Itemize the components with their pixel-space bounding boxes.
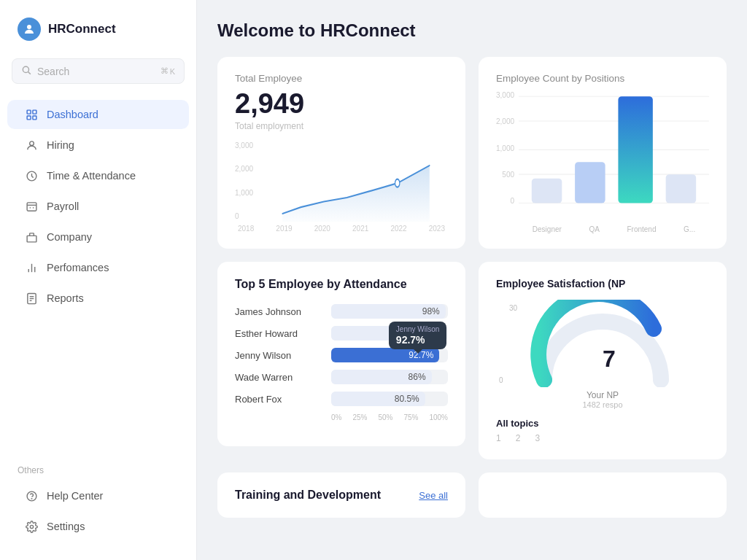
svg-point-7 xyxy=(29,141,34,145)
svg-rect-5 xyxy=(27,115,31,119)
svg-point-23 xyxy=(30,525,33,528)
sidebar-item-payroll[interactable]: Payroll xyxy=(7,192,189,221)
training-card: Training and Development See all xyxy=(217,472,465,518)
bar-label-wade: Wade Warren xyxy=(235,372,322,383)
nps-sub: Your NP 1482 respo xyxy=(496,390,709,409)
search-shortcut: ⌘ K xyxy=(160,66,175,76)
app-logo: HRConnect xyxy=(0,18,196,58)
sidebar-item-hiring-label: Hiring xyxy=(47,139,74,151)
employee-by-position-card: Employee Count by Positions 3,000 2,000 … xyxy=(479,57,727,249)
bar-label-robert: Robert Fox xyxy=(235,394,322,405)
sidebar: HRConnect Search ⌘ K Dashboard xyxy=(0,0,197,560)
sidebar-item-hiring[interactable]: Hiring xyxy=(7,131,189,160)
attendance-card: Top 5 Employee by Attendance James Johns… xyxy=(217,262,465,446)
svg-line-2 xyxy=(28,72,31,74)
clock-icon xyxy=(25,169,38,182)
main-content: Welcome to HRConnect Total Employee 2,94… xyxy=(197,0,747,560)
svg-rect-3 xyxy=(27,110,31,114)
dashboard-icon xyxy=(25,108,38,121)
sidebar-item-dashboard[interactable]: Dashboard xyxy=(7,100,189,129)
help-icon xyxy=(25,489,38,502)
bar-chart-y-labels: 3,000 2,000 1,000 500 0 xyxy=(496,88,519,219)
svg-rect-9 xyxy=(27,202,36,210)
bar-chart-area: Designer QA Frontend G... xyxy=(519,88,709,219)
svg-rect-6 xyxy=(32,115,36,119)
svg-rect-33 xyxy=(666,174,697,203)
search-icon xyxy=(21,65,31,77)
sidebar-item-reports[interactable]: Reports xyxy=(7,284,189,313)
employee-sub: Total employment xyxy=(235,121,448,131)
svg-point-24 xyxy=(395,179,400,187)
bar-track-james: 98% xyxy=(331,304,448,319)
line-chart-x-labels: 2018 2019 2020 2021 2022 2023 xyxy=(235,225,448,233)
bar-row-robert: Robert Fox 80.5% xyxy=(235,392,448,406)
svg-rect-31 xyxy=(575,162,605,203)
sidebar-item-company-label: Company xyxy=(47,231,92,243)
bar-track-robert: 80.5% xyxy=(331,392,448,406)
sidebar-item-settings[interactable]: Settings xyxy=(7,512,189,541)
attendance-title: Top 5 Employee by Attendance xyxy=(235,278,448,291)
svg-rect-4 xyxy=(32,110,36,114)
sidebar-item-performances-label: Perfomances xyxy=(47,262,109,273)
bar-fill-james: 98% xyxy=(331,304,446,319)
total-employee-title: Total Employee xyxy=(235,73,448,84)
page-title: Welcome to HRConnect xyxy=(217,20,727,41)
training-title: Training and Development xyxy=(235,489,381,502)
bar-row-esther: Esther Howard 96% xyxy=(235,326,448,341)
line-chart-svg xyxy=(235,141,448,222)
sidebar-item-help-label: Help Center xyxy=(47,490,103,502)
nps-responses: 1482 respo xyxy=(582,400,622,409)
bar-fill-esther: 96% xyxy=(331,326,444,341)
bar-chart-container: 3,000 2,000 1,000 500 0 xyxy=(496,88,709,219)
second-row: Top 5 Employee by Attendance James Johns… xyxy=(217,262,727,459)
bar-label-esther: Esther Howard xyxy=(235,328,322,339)
performances-icon xyxy=(25,261,38,274)
bar-label-james: James Johnson xyxy=(235,306,322,317)
see-all-link[interactable]: See all xyxy=(419,490,448,501)
others-label: Others xyxy=(0,458,196,480)
bar-row-jenny: Jenny Wilson 92.7% Jenny Wilson 92.7% xyxy=(235,348,448,362)
attendance-x-labels: 0% 25% 50% 75% 100% xyxy=(235,413,448,421)
employee-line-chart: 3,000 2,000 1,000 0 xyxy=(235,141,448,222)
nps-gauge: 7 30 0 xyxy=(496,300,709,387)
logo-icon xyxy=(18,18,41,41)
app-name: HRConnect xyxy=(48,22,116,36)
bar-fill-jenny: 92.7% Jenny Wilson 92.7% xyxy=(331,348,439,362)
svg-rect-30 xyxy=(532,179,562,203)
topics-numbers: 1 2 3 xyxy=(496,433,709,443)
bar-row-james: James Johnson 98% xyxy=(235,304,448,319)
hiring-icon xyxy=(25,139,38,152)
svg-point-1 xyxy=(23,66,28,72)
position-card-title: Employee Count by Positions xyxy=(496,73,709,84)
sidebar-item-company[interactable]: Company xyxy=(7,222,189,252)
bar-row-wade: Wade Warren 86% xyxy=(235,370,448,384)
line-chart-y-labels: 3,000 2,000 1,000 0 xyxy=(235,141,253,222)
bar-chart-svg xyxy=(519,88,709,219)
settings-icon xyxy=(25,520,38,533)
payroll-icon xyxy=(25,200,38,213)
search-bar[interactable]: Search ⌘ K xyxy=(12,58,185,84)
sidebar-item-performances[interactable]: Perfomances xyxy=(7,253,189,282)
bottom-right-card xyxy=(479,472,727,518)
bottom-row: Training and Development See all xyxy=(217,472,727,518)
svg-point-22 xyxy=(31,498,32,499)
nps-card: Employee Satisfaction (NP 7 xyxy=(479,262,727,459)
sidebar-item-payroll-label: Payroll xyxy=(47,201,79,212)
nps-your-label: Your NP xyxy=(587,390,619,400)
sidebar-item-time-attendance[interactable]: Time & Attendance xyxy=(7,161,189,190)
training-header: Training and Development See all xyxy=(235,489,448,502)
bar-chart-x-labels: Designer QA Frontend G... xyxy=(519,225,709,233)
sidebar-item-dashboard-label: Dashboard xyxy=(47,109,98,120)
sidebar-item-settings-label: Settings xyxy=(47,521,85,532)
search-label: Search xyxy=(37,66,155,77)
company-icon xyxy=(25,230,38,244)
nps-score: 7 xyxy=(603,346,616,373)
nav-section: Dashboard Hiring Time & Attendance xyxy=(0,98,196,458)
sidebar-item-help-center[interactable]: Help Center xyxy=(7,481,189,510)
bar-label-jenny: Jenny Wilson xyxy=(235,350,322,361)
svg-rect-32 xyxy=(618,96,652,203)
bar-track-esther: 96% xyxy=(331,326,448,341)
nps-gauge-svg xyxy=(530,300,676,387)
nps-gauge-label-30: 30 xyxy=(509,304,517,312)
bar-track-wade: 86% xyxy=(331,370,448,384)
